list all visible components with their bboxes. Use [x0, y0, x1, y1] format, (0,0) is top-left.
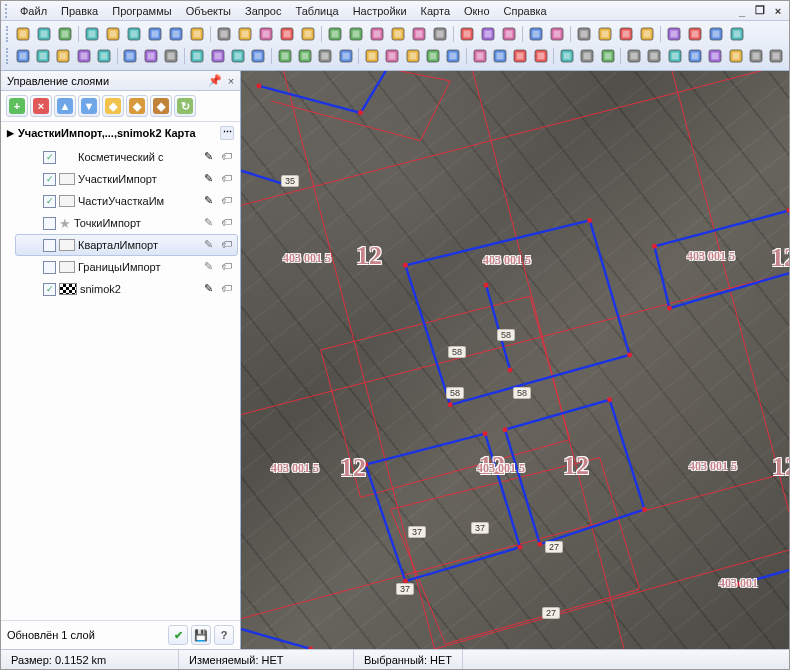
toolbar-button[interactable] [336, 46, 355, 66]
toolbar-button[interactable] [295, 46, 314, 66]
layer-label-icon[interactable]: 🏷 [221, 282, 235, 296]
toolbar-button[interactable] [208, 46, 227, 66]
toolbar-button[interactable] [34, 24, 54, 44]
menu-справка[interactable]: Справка [497, 3, 554, 19]
layer-row[interactable]: ✓ Косметический с ✎ 🏷 [15, 146, 238, 168]
layer-row[interactable]: ★ ТочкиИмпорт ✎ 🏷 [15, 212, 238, 234]
layer-group-header[interactable]: ▶ УчасткиИмпорт,...,snimok2 Карта ⋯ [1, 122, 240, 144]
help-button[interactable]: ? [214, 625, 234, 645]
move-down-button[interactable]: ▼ [78, 95, 100, 117]
layer-editable-icon[interactable]: ✎ [204, 238, 218, 252]
toolbar-button[interactable] [141, 46, 160, 66]
toolbar-button[interactable] [499, 24, 519, 44]
toolbar-button[interactable] [598, 46, 617, 66]
toolbar-button[interactable] [124, 24, 144, 44]
toolbar-button[interactable] [145, 24, 165, 44]
expand-collapse-icon[interactable]: ▶ [7, 128, 14, 138]
toolbar-button[interactable] [574, 24, 594, 44]
toolbar-button[interactable] [490, 46, 509, 66]
menu-запрос[interactable]: Запрос [238, 3, 288, 19]
toolbar-button[interactable] [74, 46, 93, 66]
toolbar-button[interactable] [706, 24, 726, 44]
layer-visibility-checkbox[interactable] [43, 217, 56, 230]
toolbar-button[interactable] [13, 46, 32, 66]
toolbar-button[interactable] [54, 46, 73, 66]
toolbar-button[interactable] [298, 24, 318, 44]
layer-visibility-checkbox[interactable]: ✓ [43, 195, 56, 208]
toolbar-button[interactable] [161, 46, 180, 66]
add-layer-button[interactable]: + [6, 95, 28, 117]
toolbar-button[interactable] [228, 46, 247, 66]
menu-окно[interactable]: Окно [457, 3, 497, 19]
menubar-grip[interactable] [5, 4, 9, 18]
toolbar-grip[interactable] [6, 26, 10, 42]
layer-visibility-checkbox[interactable] [43, 261, 56, 274]
toolbar-button[interactable] [645, 46, 664, 66]
layer-editable-icon[interactable]: ✎ [204, 194, 218, 208]
toolbar-button[interactable] [624, 46, 643, 66]
layer-label-icon[interactable]: 🏷 [221, 172, 235, 186]
toolbar-button[interactable] [470, 46, 489, 66]
toolbar-button[interactable] [526, 24, 546, 44]
toolbar-button[interactable] [578, 46, 597, 66]
toolbar-button[interactable] [409, 24, 429, 44]
layer-row[interactable]: ✓ snimok2 ✎ 🏷 [15, 278, 238, 300]
toolbar-button[interactable] [249, 46, 268, 66]
toolbar-button[interactable] [346, 24, 366, 44]
toolbar-button[interactable] [214, 24, 234, 44]
layer-label-icon[interactable]: 🏷 [221, 260, 235, 274]
toolbar-button[interactable] [275, 46, 294, 66]
toolbar-button[interactable] [665, 46, 684, 66]
toolbar-button[interactable] [685, 24, 705, 44]
remove-layer-button[interactable]: × [30, 95, 52, 117]
layer-visibility-checkbox[interactable]: ✓ [43, 173, 56, 186]
layer-label-icon[interactable]: 🏷 [221, 216, 235, 230]
layer-label-icon[interactable]: 🏷 [221, 238, 235, 252]
layer-group-options-icon[interactable]: ⋯ [220, 126, 234, 140]
toolbar-button[interactable] [362, 46, 381, 66]
toolbar-button[interactable] [616, 24, 636, 44]
toolbar-button[interactable] [33, 46, 52, 66]
toolbar-button[interactable] [746, 46, 765, 66]
toolbar-button[interactable] [166, 24, 186, 44]
toolbar-button[interactable] [383, 46, 402, 66]
layer-row[interactable]: ✓ ЧастиУчасткаИм ✎ 🏷 [15, 190, 238, 212]
toolbar-button[interactable] [103, 24, 123, 44]
toolbar-button[interactable] [706, 46, 725, 66]
layer-editable-icon[interactable]: ✎ [204, 282, 218, 296]
menu-программы[interactable]: Программы [105, 3, 178, 19]
panel-close-icon[interactable]: × [224, 74, 238, 88]
menu-правка[interactable]: Правка [54, 3, 105, 19]
layer-props-c-button[interactable]: ◆ [150, 95, 172, 117]
toolbar-button[interactable] [547, 24, 567, 44]
toolbar-button[interactable] [531, 46, 550, 66]
toolbar-button[interactable] [187, 24, 207, 44]
layer-label-icon[interactable]: 🏷 [221, 194, 235, 208]
layer-row[interactable]: ГраницыИмпорт ✎ 🏷 [15, 256, 238, 278]
window-restore-button[interactable]: ❐ [753, 4, 767, 17]
toolbar-button[interactable] [256, 24, 276, 44]
toolbar-button[interactable] [726, 46, 745, 66]
toolbar-button[interactable] [444, 46, 463, 66]
menu-карта[interactable]: Карта [414, 3, 457, 19]
toolbar-button[interactable] [82, 24, 102, 44]
toolbar-button[interactable] [664, 24, 684, 44]
toolbar-button[interactable] [188, 46, 207, 66]
toolbar-button[interactable] [595, 24, 615, 44]
layer-props-b-button[interactable]: ◆ [126, 95, 148, 117]
map-viewport[interactable]: 121212121212121212125403 001 5403 001 54… [241, 71, 789, 649]
move-up-button[interactable]: ▲ [54, 95, 76, 117]
toolbar-grip[interactable] [6, 48, 10, 64]
toolbar-button[interactable] [767, 46, 786, 66]
layer-refresh-button[interactable]: ↻ [174, 95, 196, 117]
toolbar-button[interactable] [316, 46, 335, 66]
layer-row[interactable]: КварталИмпорт ✎ 🏷 [15, 234, 238, 256]
apply-button[interactable]: ✔ [168, 625, 188, 645]
layer-editable-icon[interactable]: ✎ [204, 260, 218, 274]
window-minimize-button[interactable]: _ [735, 5, 749, 17]
save-button[interactable]: 💾 [191, 625, 211, 645]
toolbar-button[interactable] [511, 46, 530, 66]
toolbar-button[interactable] [121, 46, 140, 66]
toolbar-button[interactable] [367, 24, 387, 44]
toolbar-button[interactable] [557, 46, 576, 66]
